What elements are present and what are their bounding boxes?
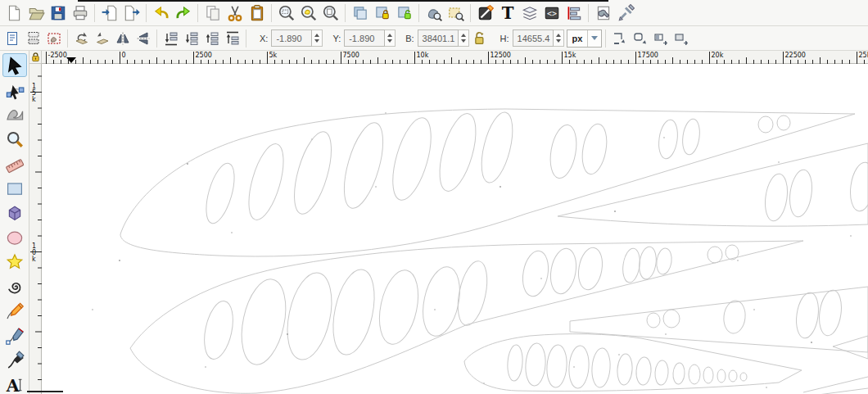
drawing-object-rib-1[interactable]	[120, 109, 855, 256]
new-document-button[interactable]	[2, 2, 25, 24]
rectangle-tool-button[interactable]	[2, 176, 27, 200]
group-objects-button[interactable]	[423, 2, 445, 24]
star-tool-button[interactable]	[2, 250, 27, 274]
select-all-button[interactable]	[2, 29, 23, 48]
preferences-button[interactable]	[614, 2, 636, 24]
paste-button[interactable]	[246, 2, 268, 24]
measure-tool-button[interactable]	[2, 152, 27, 175]
fill-stroke-dialog-button[interactable]	[474, 2, 496, 24]
undo-button[interactable]	[150, 2, 172, 24]
unit-selector[interactable]: px	[567, 29, 603, 48]
selector-tool-controls-bar: X: -1.890 Y: -1.890 B: 38401.1 H: 14655.…	[0, 26, 868, 51]
open-document-button[interactable]	[25, 2, 47, 24]
export-document-button[interactable]	[120, 2, 142, 24]
layers-dialog-button[interactable]	[518, 2, 540, 24]
svg-text:-2500: -2500	[48, 52, 67, 59]
drawing-object-line-bottom-right-1[interactable]	[803, 377, 868, 392]
flip-vertical-button[interactable]	[133, 29, 153, 48]
select-all-layers-button[interactable]	[23, 29, 43, 48]
copy-button[interactable]	[201, 2, 224, 24]
move-patterns-button[interactable]	[671, 29, 691, 48]
save-document-button[interactable]	[47, 2, 69, 24]
ungroup-objects-button[interactable]	[445, 2, 467, 24]
ellipse-tool-button[interactable]	[2, 225, 27, 249]
calligraphy-tool-button[interactable]	[2, 348, 27, 372]
flip-horizontal-button[interactable]	[112, 29, 133, 48]
ellipse-tool-icon	[5, 228, 25, 247]
undo-icon	[152, 4, 170, 22]
unlink-clone-button[interactable]	[393, 2, 415, 24]
raise-to-top-button[interactable]	[222, 29, 242, 48]
deselect-button[interactable]	[43, 29, 64, 48]
pen-tool-button[interactable]	[2, 324, 27, 347]
move-patterns-icon	[673, 30, 689, 47]
create-clone-button[interactable]	[371, 2, 393, 24]
lock-ratio-toggle[interactable]	[472, 30, 487, 47]
svg-text:2500: 2500	[196, 52, 212, 59]
save-document-icon	[49, 4, 67, 22]
height-spinner[interactable]	[554, 29, 564, 47]
group-objects-icon	[425, 4, 443, 22]
lower-one-icon	[183, 30, 200, 47]
scale-stroke-button[interactable]	[609, 29, 630, 48]
scale-corners-button[interactable]	[630, 29, 650, 48]
redo-button[interactable]	[172, 2, 194, 24]
align-distribute-button[interactable]	[563, 2, 585, 24]
drawing-object-line-bottom-right-2[interactable]	[818, 388, 868, 394]
ungroup-objects-icon	[447, 4, 465, 22]
tweak-tool-button[interactable]	[2, 102, 27, 126]
move-gradients-icon	[653, 30, 669, 47]
export-document-icon	[123, 4, 141, 22]
x-input[interactable]: -1.890	[271, 29, 312, 47]
selector-tool-button[interactable]	[2, 53, 27, 77]
drawing-object-rib-2[interactable]	[130, 241, 803, 393]
raise-one-button[interactable]	[201, 29, 222, 48]
import-document-button[interactable]	[98, 2, 120, 24]
toolbar-separator	[67, 29, 68, 48]
canvas[interactable]	[42, 64, 868, 394]
lower-to-bottom-button[interactable]	[160, 29, 181, 48]
drawing-object-rib-3[interactable]	[464, 334, 802, 392]
node-tool-button[interactable]	[2, 78, 27, 102]
y-label: Y:	[332, 34, 341, 43]
measure-tool-icon	[5, 154, 25, 174]
raise-one-icon	[204, 30, 220, 47]
lower-one-button[interactable]	[181, 29, 201, 48]
spiral-tool-button[interactable]	[2, 274, 27, 298]
vertical-ruler[interactable]: 15k10k	[29, 64, 42, 394]
height-input[interactable]: 14655.4	[513, 29, 554, 47]
zoom-page-button[interactable]	[319, 2, 341, 24]
width-input[interactable]: 38401.1	[418, 29, 459, 47]
x-spinner[interactable]	[312, 29, 323, 47]
zoom-drawing-button[interactable]	[297, 2, 319, 24]
text-tool-button[interactable]: A	[2, 373, 27, 394]
y-spinner[interactable]	[385, 29, 396, 47]
drawing-object-strip-1[interactable]	[558, 143, 868, 226]
lock-icon	[30, 52, 41, 62]
preferences-icon	[617, 4, 635, 22]
cut-button[interactable]	[224, 2, 246, 24]
y-input[interactable]: -1.890	[344, 29, 385, 47]
chevron-down-icon	[587, 30, 601, 47]
drawing-object-strip-2[interactable]	[570, 287, 868, 352]
text-font-dialog-button[interactable]: T	[496, 2, 518, 24]
print-document-button[interactable]	[69, 2, 91, 24]
tweak-tool-icon	[5, 105, 25, 125]
drawing-object-wedge-right[interactable]	[833, 336, 868, 359]
width-spinner[interactable]	[459, 29, 469, 47]
move-gradients-button[interactable]	[650, 29, 671, 48]
horizontal-ruler[interactable]: -2500025005k750010k1250015k1750020k22500…	[42, 51, 868, 64]
rotate-cw-button[interactable]	[92, 29, 112, 48]
xml-editor-button[interactable]: <>	[540, 2, 563, 24]
star-tool-icon	[5, 252, 25, 272]
document-properties-button[interactable]	[592, 2, 614, 24]
pencil-tool-button[interactable]	[2, 299, 27, 323]
box3d-tool-button[interactable]	[2, 201, 27, 224]
rotate-ccw-button[interactable]	[71, 29, 92, 48]
lock-guides-toggle[interactable]	[29, 51, 42, 64]
duplicate-button[interactable]	[349, 2, 371, 24]
width-field-group: B: 38401.1	[400, 29, 468, 47]
zoom-tool-button[interactable]	[2, 127, 27, 151]
align-distribute-icon	[565, 4, 583, 22]
zoom-selection-button[interactable]	[275, 2, 297, 24]
